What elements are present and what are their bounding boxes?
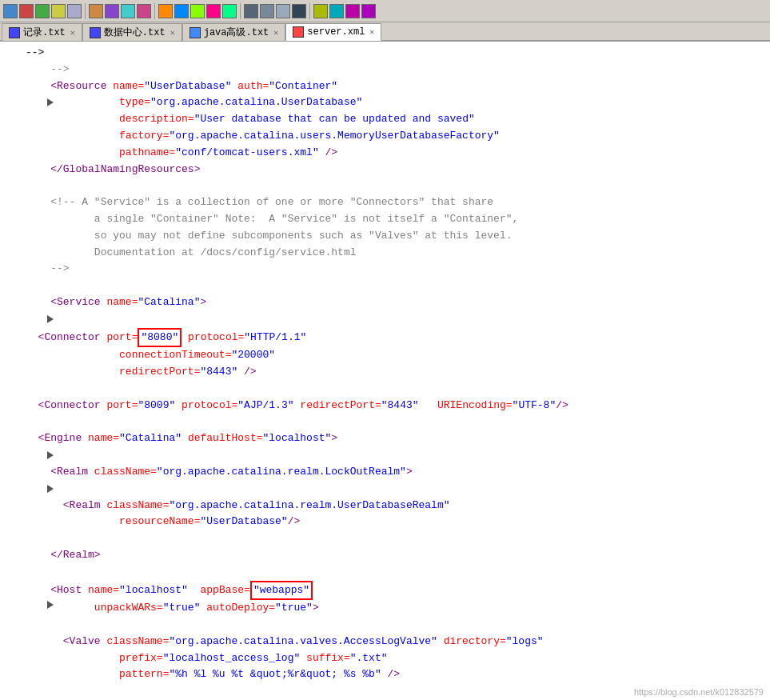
toolbar-icon-17[interactable]	[276, 4, 290, 18]
val-host-name: "localhost"	[119, 582, 188, 599]
val-resname: "UserDatabase"	[200, 514, 287, 530]
space-23	[182, 430, 188, 447]
code-line-26	[26, 481, 764, 498]
code-line-17: <Connector port="8080" protocol="HTTP/1.…	[26, 328, 764, 348]
code-line-34	[26, 617, 764, 634]
val-defaulthost: "localhost"	[263, 430, 332, 447]
indent-6	[26, 145, 119, 162]
toolbar-icon-2[interactable]	[19, 4, 34, 18]
tag-realm-close: </Realm>	[50, 547, 100, 564]
val-suffix: ".txt"	[350, 650, 388, 667]
attr-resname: resourceName=	[119, 514, 200, 530]
val-desc-that: that	[288, 111, 313, 128]
val-desc-end: saved"	[431, 111, 475, 128]
toolbar-icon-12[interactable]	[190, 4, 205, 18]
tab-java-close[interactable]: ✕	[273, 28, 278, 38]
toolbar-icon-18[interactable]	[292, 4, 306, 18]
tab-serverxml-icon	[293, 26, 304, 38]
code-comment-close-1: -->	[50, 62, 69, 78]
toolbar-icon-20[interactable]	[329, 4, 344, 18]
toolbar-separator-4	[309, 3, 310, 19]
space-35	[437, 634, 444, 650]
toolbar-icon-1[interactable]	[3, 4, 18, 18]
indent-12	[26, 245, 94, 262]
toolbar-icon-13[interactable]	[206, 4, 221, 18]
space-1	[231, 78, 237, 95]
toolbar-icon-19[interactable]	[313, 4, 328, 18]
tab-sjzx-close[interactable]: ✕	[170, 28, 175, 38]
code-line-9: <!-- A "Service" is a collection of one …	[26, 194, 764, 211]
toolbar-icon-14[interactable]	[222, 4, 237, 18]
indent-17	[26, 330, 38, 346]
toolbar-icon-8[interactable]	[121, 4, 135, 18]
tab-sjzx-label: 数据中心.txt	[104, 26, 166, 39]
toolbar-icon-16[interactable]	[260, 4, 274, 18]
watermark: https://blog.csdn.net/k012832579	[634, 687, 764, 697]
val-desc-middle: can be updated	[313, 111, 413, 128]
attr-valve-class: className=	[106, 634, 169, 650]
val-desc: "User database	[194, 111, 288, 128]
code-line-12: Documentation at /docs/config/service.ht…	[26, 245, 764, 262]
indent-18	[26, 347, 119, 364]
toolbar-icon-21[interactable]	[345, 4, 360, 18]
toolbar-icon-6[interactable]	[89, 4, 103, 18]
tab-bar: 记录.txt ✕ 数据中心.txt ✕ java高级.txt ✕ server.…	[0, 22, 770, 42]
code-line-5: factory="org.apache.catalina.users.Memor…	[26, 128, 764, 145]
val-type: "org.apache.catalina.UserDatabase"	[150, 94, 362, 111]
val-redir1: "8443"	[200, 364, 237, 381]
toolbar-icon-3[interactable]	[35, 4, 50, 18]
code-line-1: -->	[26, 62, 764, 78]
attr-appbase: appBase=	[200, 582, 249, 599]
toolbar-icon-4[interactable]	[51, 4, 66, 18]
indent-28	[26, 514, 119, 530]
toolbar-icon-5[interactable]	[67, 4, 82, 18]
toolbar-icon-9[interactable]	[137, 4, 151, 18]
tab-jilu-icon	[9, 27, 20, 38]
tab-sjzx[interactable]: 数据中心.txt ✕	[82, 23, 182, 41]
val-unpack: "true"	[163, 600, 201, 617]
toolbar-icon-15[interactable]	[244, 4, 258, 18]
indent-5	[26, 128, 119, 145]
attr-dir: directory=	[444, 634, 506, 650]
tab-sjzx-icon	[90, 27, 101, 38]
attr-name: name=	[113, 78, 144, 95]
attr-unpack: unpackWARs=	[94, 600, 163, 617]
attr-protocol2: protocol=	[182, 398, 237, 414]
code-line-2: <Resource name="UserDatabase" auth="Cont…	[26, 78, 764, 95]
attr-redir2: redirectPort=	[300, 398, 381, 414]
val-realm1-class: "org.apache.catalina.realm.LockOutRealm"	[157, 464, 406, 481]
code-line-21: <Connector port="8009" protocol="AJP/1.3…	[26, 398, 764, 414]
indent-7	[26, 162, 50, 178]
self-close-conn1: />	[237, 364, 256, 381]
val-valve-class: "org.apache.catalina.valves.AccessLogVal…	[169, 634, 437, 650]
toolbar-icon-11[interactable]	[174, 4, 189, 18]
val-engine-name: "Catalina"	[119, 430, 182, 447]
tab-java[interactable]: java高级.txt ✕	[182, 23, 286, 41]
tag-engine-close-bracket: >	[331, 430, 337, 447]
tag-connector2-open: <Connector	[38, 398, 107, 414]
indent-36	[26, 650, 119, 667]
tag-service-open: <Service	[50, 294, 106, 311]
indent-19	[26, 364, 119, 381]
val-dir: "logs"	[506, 634, 544, 650]
tab-serverxml-close[interactable]: ✕	[369, 27, 374, 37]
val-auth: "Container"	[269, 78, 337, 95]
editor[interactable]: --> --> <Resource name="UserDatabase" au…	[0, 42, 770, 700]
code-line-24	[26, 447, 764, 464]
tab-serverxml[interactable]: server.xml ✕	[285, 23, 381, 41]
tab-jilu[interactable]: 记录.txt ✕	[2, 23, 82, 41]
toolbar-icon-22[interactable]	[361, 4, 376, 18]
tab-jilu-close[interactable]: ✕	[70, 28, 75, 38]
code-line-35: <Valve className="org.apache.catalina.va…	[26, 634, 764, 650]
indent-11	[26, 228, 94, 245]
code-line-31	[26, 564, 764, 581]
toolbar-icon-7[interactable]	[105, 4, 119, 18]
code-line-8	[26, 178, 764, 194]
tag-service-close-bracket: >	[200, 294, 206, 311]
space-36	[300, 650, 306, 667]
toolbar-icon-10[interactable]	[158, 4, 173, 18]
self-close-valve: />	[381, 666, 400, 683]
comment-close-2: -->	[50, 261, 69, 278]
val-port2: "8009"	[138, 398, 175, 414]
attr-prefix: prefix=	[119, 650, 163, 667]
